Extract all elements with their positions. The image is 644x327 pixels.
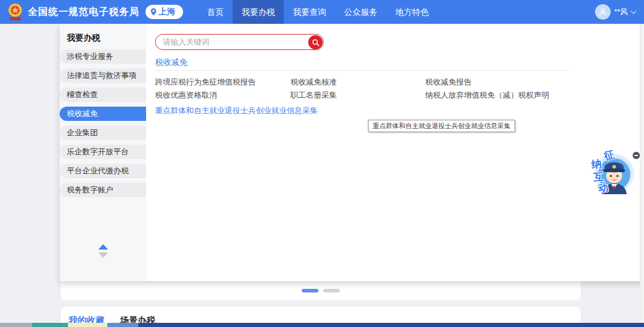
- sidebar-item-enterprise-group[interactable]: 企业集团: [60, 126, 146, 140]
- search-input[interactable]: [163, 35, 300, 48]
- sidebar-item-legal-relief[interactable]: 法律追责与救济事项: [60, 68, 146, 83]
- menu-content: 税收减免 跨境应税行为免征增值税报告 税收减免核准 税收减免报告 税收优惠资格取…: [146, 24, 644, 281]
- app-title: 全国统一规范电子税务局: [28, 6, 140, 18]
- user-menu[interactable]: **风: [595, 0, 636, 24]
- sidebar-item-professional-services[interactable]: 涉税专业服务: [60, 49, 146, 64]
- section-divider: [155, 70, 569, 71]
- top-header: 全国统一规范电子税务局 上海 首页 我要办税 我要查询 公众服务 地方特色: [0, 0, 644, 24]
- brand: 全国统一规范电子税务局 上海: [7, 0, 183, 24]
- taskbar-strip: [138, 323, 644, 327]
- main-nav: 首页 我要办税 我要查询 公众服务 地方特色: [198, 0, 438, 24]
- taskbar-button[interactable]: [0, 323, 32, 327]
- sidebar-item-platform-agency[interactable]: 平台企业代缴办税: [60, 164, 146, 178]
- taskbar-button[interactable]: [107, 323, 138, 327]
- link-tooltip: 重点群体和自主就业退役士兵创业就业信息采集: [368, 120, 515, 132]
- location-selector[interactable]: 上海: [145, 5, 183, 19]
- link-employee-roster-collection[interactable]: 职工名册采集: [290, 90, 425, 103]
- scroll-up-icon[interactable]: [98, 244, 108, 250]
- scroll-down-icon[interactable]: [98, 253, 108, 258]
- minimize-widget-button[interactable]: [632, 151, 640, 160]
- search-icon: [312, 39, 320, 46]
- pagination-dot-active[interactable]: [302, 289, 318, 292]
- nav-home[interactable]: 首页: [198, 0, 233, 24]
- link-key-groups-veterans-employment[interactable]: 重点群体和自主就业退役士兵创业就业信息采集: [155, 105, 318, 116]
- mega-menu-panel: 我要办税 涉税专业服务 法律追责与救济事项 稽查检查 税收减免 企业集团 乐企数…: [60, 24, 644, 281]
- nav-query[interactable]: 我要查询: [284, 0, 335, 24]
- user-icon: [598, 7, 608, 17]
- pagination-dot[interactable]: [323, 289, 340, 292]
- sidebar-scroll-controls: [60, 244, 146, 258]
- link-tax-reduction-report[interactable]: 税收减免报告: [425, 77, 549, 90]
- carousel-pagination: [61, 289, 581, 292]
- location-name: 上海: [159, 7, 175, 17]
- keyword-search-box: [155, 34, 324, 50]
- os-taskbar: [0, 323, 644, 327]
- sidebar-item-digital-account[interactable]: 税务数字账户: [60, 183, 146, 197]
- tax-bureau-emblem-icon: [7, 3, 23, 21]
- widget-char: 纳: [590, 157, 602, 172]
- nav-tax-services[interactable]: 我要办税: [233, 0, 284, 24]
- section-title: 税收减免: [155, 57, 187, 68]
- sidebar-item-inspection[interactable]: 稽查检查: [60, 88, 146, 102]
- menu-sidebar: 我要办税 涉税专业服务 法律追责与救济事项 稽查检查 税收减免 企业集团 乐企数…: [60, 24, 146, 281]
- nav-local-features[interactable]: 地方特色: [386, 0, 438, 24]
- sidebar-title: 我要办税: [67, 33, 100, 43]
- link-tax-reduction-approval[interactable]: 税收减免核准: [290, 77, 425, 90]
- sidebar-item-tax-reduction[interactable]: 税收减免: [60, 107, 146, 121]
- nav-public-services[interactable]: 公众服务: [335, 0, 386, 24]
- username: **风: [614, 7, 628, 17]
- chevron-down-icon: [631, 8, 637, 14]
- taskbar-button[interactable]: [68, 323, 107, 327]
- zhengna-hudong-widget[interactable]: 征 纳 互 动: [589, 145, 644, 201]
- service-links-grid: 跨境应税行为免征增值税报告 税收减免核准 税收减免报告 税收优惠资格取消 职工名…: [155, 77, 549, 103]
- link-tax-preference-cancel[interactable]: 税收优惠资格取消: [155, 90, 290, 103]
- taskbar-button[interactable]: [32, 323, 68, 327]
- search-button[interactable]: [308, 35, 323, 49]
- sidebar-item-leqi-platform[interactable]: 乐企数字开放平台: [60, 145, 146, 159]
- link-waive-vat-exemption-declaration[interactable]: 纳税人放弃增值税免（减）税权声明: [425, 90, 549, 103]
- avatar: [595, 4, 611, 20]
- link-cross-border-vat-exempt-report[interactable]: 跨境应税行为免征增值税报告: [155, 77, 290, 90]
- screen: 我的收藏 场景办税 我要办税 涉税专业服务 法律追责与救济事项 稽查检查 税收减…: [0, 0, 644, 327]
- location-pin-icon: [150, 8, 157, 16]
